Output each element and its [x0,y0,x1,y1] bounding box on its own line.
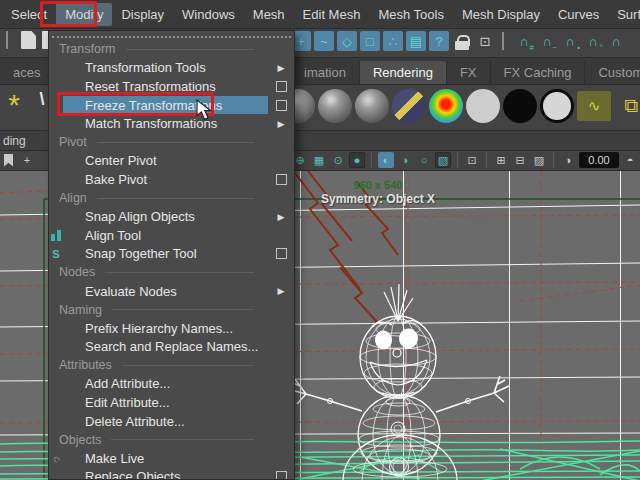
snap-partial-icon[interactable]: ∩ [606,31,626,51]
component-mask-rendering-icon[interactable]: ▤ [406,31,426,51]
shelf-tab-imation[interactable]: imation [291,61,360,85]
shadows-icon[interactable]: ● [349,152,365,168]
ramp-material-icon[interactable] [429,89,463,123]
component-mask-deformers-icon[interactable]: ∴ [383,31,403,51]
menu-item-snap-together-tool[interactable]: SSnap Together Tool [49,245,294,264]
menubar-item-edit-mesh[interactable]: Edit Mesh [294,3,370,26]
menu-item-snap-align-objects[interactable]: Snap Align Objects▶ [49,207,294,226]
menu-section-divider [126,49,255,50]
menu-item-label: Bake Pivot [63,170,268,189]
shelf-tab-custom[interactable]: Custom [585,61,640,85]
menubar-item-windows[interactable]: Windows [173,3,244,26]
submenu-arrow-icon: ▶ [278,63,285,73]
black-surface-material-icon[interactable] [503,89,537,123]
default-material-icon[interactable]: ◐ [378,152,394,168]
align-tool-icon [51,230,62,241]
component-mask-surfaces-icon[interactable]: ◇ [337,31,357,51]
option-box-replace-objects[interactable] [276,471,287,480]
menu-section-nodes: Nodes [49,263,294,282]
snap-to-grid-icon[interactable]: ∩# [514,31,534,51]
white-surface-material-icon[interactable] [540,89,574,123]
snap-to-center-icon[interactable]: ∩° [583,31,603,51]
material-ball-icon[interactable] [355,89,389,123]
menu-item-align-tool[interactable]: Align Tool [49,226,294,245]
snap-to-curve-icon[interactable]: ∩~ [537,31,557,51]
menu-item-replace-objects[interactable]: Replace Objects [49,468,294,480]
exposure-field[interactable]: 0.00 [579,152,619,168]
material-ball-icon[interactable] [318,89,352,123]
annotation-box-modify [40,1,97,27]
menubar-item-mesh-tools[interactable]: Mesh Tools [369,3,453,26]
tool-drag-handle[interactable] [6,31,11,49]
texture-view-icon[interactable]: ▦ [311,152,327,168]
menu-item-label: Prefix Hierarchy Names... [63,319,268,338]
menu-item-edit-attribute[interactable]: Edit Attribute... [49,393,294,412]
image-plane-icon[interactable]: ▧ [435,152,451,168]
anisotropic-material-icon[interactable] [392,89,426,123]
viewport-toolbar-left: + [4,152,35,168]
lambert-material-icon[interactable] [466,89,500,123]
menu-item-center-pivot[interactable]: Center Pivot [49,152,294,171]
shelf-tab-aces[interactable]: aces [0,61,54,85]
menu-item-label: Snap Together Tool [63,245,268,264]
menu-section-divider [97,142,254,143]
option-box-bake-pivot[interactable] [276,174,287,185]
bookmark-icon[interactable] [4,154,13,167]
menu-section-divider [112,309,254,310]
menu-section-naming: Naming [49,300,294,319]
component-mask-curves-icon[interactable]: ~ [314,31,334,51]
snap-to-curve-icon-modifier: ~ [552,43,557,52]
highlight-selection-mode-icon[interactable]: ⊡ [475,31,495,51]
component-mask-hulls-icon[interactable]: □ [360,31,380,51]
snap-to-point-icon[interactable]: ∩• [560,31,580,51]
new-scene-icon[interactable] [21,31,36,49]
menu-item-make-live[interactable]: ∩Make Live [49,449,294,468]
menu-item-label: Search and Replace Names... [63,338,268,357]
camera-attributes-icon[interactable]: + [19,152,35,168]
menu-item-label: Match Transformations [63,114,268,133]
snapshot-icon[interactable]: ▨ [531,152,547,168]
symmetry-status-label: Symmetry: Object X [318,192,438,206]
multi-pane-icon[interactable]: ⊟ [512,152,528,168]
shaded-display-icon[interactable]: ◑ [397,152,413,168]
menu-section-divider [97,198,254,199]
point-light-icon[interactable]: * [4,89,24,109]
option-box-freeze-transformations[interactable] [276,100,287,111]
menu-item-add-attribute[interactable]: Add Attribute... [49,375,294,394]
menubar-item-display[interactable]: Display [112,3,173,26]
lock-icon[interactable] [455,35,469,50]
slider-drag-handle[interactable] [502,32,507,50]
component-mask-misc-icon[interactable]: ? [429,31,449,51]
shelf-tab-rendering[interactable]: Rendering [360,61,447,85]
render-layers-icon[interactable]: ⧉ [614,91,640,121]
option-box-snap-together-tool[interactable] [276,248,287,259]
contrast-icon[interactable]: ◓ [622,152,638,168]
menu-tearoff-handle[interactable] [52,31,291,38]
menu-section-label: Naming [49,300,268,319]
option-box-reset-transformations[interactable] [276,81,287,92]
menu-item-delete-attribute[interactable]: Delete Attribute... [49,412,294,431]
menubar-item-surfaces[interactable]: Surfaces [608,3,640,26]
menubar-item-mesh-display[interactable]: Mesh Display [453,3,549,26]
menu-section-label: Objects [49,430,268,449]
lighting-icon[interactable]: ⊙ [330,152,346,168]
menubar-item-mesh[interactable]: Mesh [244,3,294,26]
align-tool-icon [49,230,63,241]
isolate-select-icon[interactable]: ⊡ [464,152,480,168]
shelf-tab-fx[interactable]: FX [447,61,491,85]
panel-menu-item-ding[interactable]: ding [3,134,26,148]
menu-item-bake-pivot[interactable]: Bake Pivot [49,170,294,189]
shelf-tabs-right: imationRenderingFXFX CachingCustomArno [291,61,640,85]
menu-item-match-transformations[interactable]: Match Transformations▶ [49,114,294,133]
exposure-icon[interactable]: ◑ [560,152,576,168]
mouse-cursor [196,99,212,121]
render-settings-icon[interactable]: ∿ [577,91,611,121]
menubar-item-curves[interactable]: Curves [549,3,608,26]
menu-item-evaluate-nodes[interactable]: Evaluate Nodes▶ [49,282,294,301]
menu-item-prefix-hierarchy-names[interactable]: Prefix Hierarchy Names... [49,319,294,338]
menu-item-search-and-replace-names[interactable]: Search and Replace Names... [49,338,294,357]
shelf-tab-fx-caching[interactable]: FX Caching [491,61,586,85]
field-chart-icon[interactable]: ⊞ [493,152,509,168]
wireframe-on-shaded-icon[interactable]: ○ [416,152,432,168]
menu-item-transformation-tools[interactable]: Transformation Tools▶ [49,59,294,78]
